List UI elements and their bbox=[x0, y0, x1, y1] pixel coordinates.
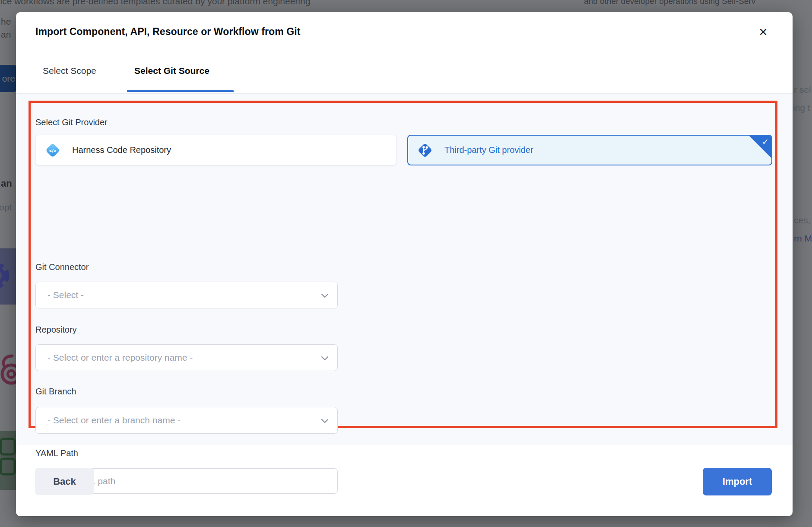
svg-text:</>: </> bbox=[49, 148, 57, 153]
screen: vice workflows are pre-defined templates… bbox=[0, 0, 812, 527]
git-provider-label: Select Git Provider bbox=[35, 117, 108, 127]
modal-title: Import Component, API, Resource or Workf… bbox=[35, 26, 300, 38]
git-connector-input[interactable] bbox=[36, 282, 337, 308]
git-connector-label: Git Connector bbox=[35, 262, 89, 272]
close-icon[interactable]: ✕ bbox=[755, 23, 772, 41]
git-branch-input[interactable] bbox=[36, 407, 337, 433]
repository-input[interactable] bbox=[36, 345, 337, 371]
check-icon: ✓ bbox=[762, 137, 769, 147]
tab-select-git-source[interactable]: Select Git Source bbox=[134, 66, 209, 76]
chevron-down-icon bbox=[321, 419, 329, 423]
import-button[interactable]: Import bbox=[703, 468, 772, 495]
git-source-panel: Select Git Provider </> Harness Code Rep… bbox=[16, 93, 793, 445]
import-from-git-modal: Import Component, API, Resource or Workf… bbox=[16, 12, 793, 516]
tab-select-scope[interactable]: Select Scope bbox=[43, 66, 96, 76]
git-branch-select[interactable] bbox=[35, 407, 338, 434]
yaml-path-label: YAML Path bbox=[35, 448, 78, 458]
repository-label: Repository bbox=[35, 325, 77, 335]
git-branch-label: Git Branch bbox=[35, 387, 76, 397]
git-icon bbox=[416, 141, 434, 159]
back-button[interactable]: Back bbox=[35, 468, 94, 495]
provider-card-harness-code[interactable]: </> Harness Code Repository bbox=[35, 135, 396, 165]
active-tab-underline bbox=[127, 90, 234, 92]
selected-corner-badge: ✓ bbox=[749, 135, 772, 159]
git-connector-select[interactable] bbox=[35, 282, 338, 308]
harness-code-icon: </> bbox=[44, 141, 62, 159]
chevron-down-icon bbox=[321, 356, 329, 361]
chevron-down-icon bbox=[321, 293, 329, 298]
provider-card-label: Third-party Git provider bbox=[444, 145, 533, 155]
provider-card-third-party[interactable]: Third-party Git provider ✓ bbox=[407, 135, 772, 165]
provider-card-label: Harness Code Repository bbox=[72, 145, 171, 155]
repository-select[interactable] bbox=[35, 344, 338, 371]
